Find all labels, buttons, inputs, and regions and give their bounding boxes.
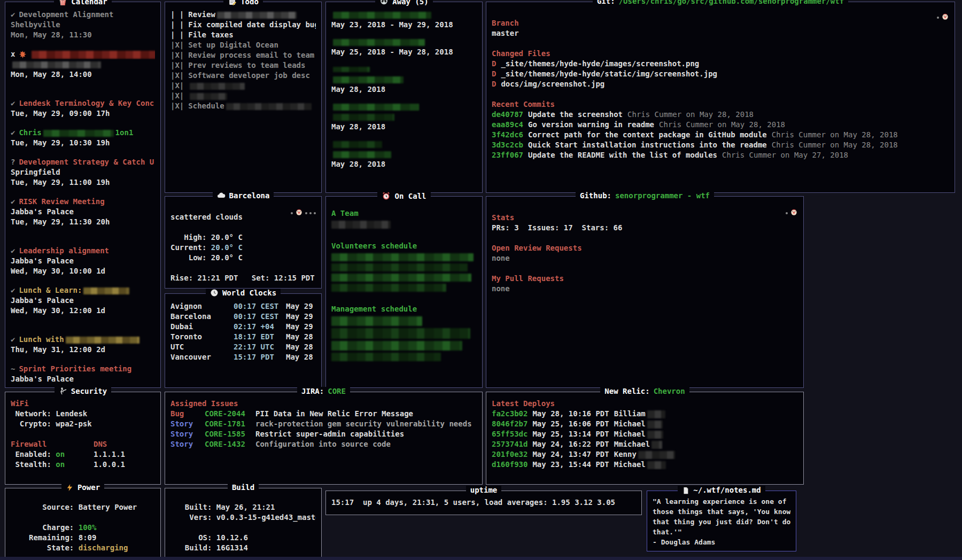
jira-issue-row[interactable]: StoryCORE-1781rack-protection gem securi… — [170, 419, 477, 429]
todo-item[interactable]: |X|Prev reviews to team leads — [170, 60, 316, 71]
todo-item[interactable]: |X|Set up Digital Ocean — [170, 40, 316, 50]
jira-issue-row[interactable]: StoryCORE-1432Configuration into source … — [170, 439, 477, 449]
deploy-hash: 201f0e32 — [492, 450, 527, 458]
away-dates: May 28, 2018 — [331, 159, 477, 169]
issue-key: CORE-2044 — [205, 409, 255, 419]
redacted-event-location — [12, 61, 101, 68]
event-location: Springfield — [11, 167, 155, 177]
weather-high-label: High: — [170, 233, 206, 242]
built-value: May 26, 21:21 — [212, 503, 275, 511]
redacted-name — [333, 141, 382, 148]
todo-item[interactable]: |X| — [170, 91, 316, 101]
deploy-hash: 65ff53dc — [492, 430, 527, 438]
my-prs-value: none — [492, 284, 798, 294]
changed-file-row: D_site/themes/hyde-hyde/static/img/scree… — [492, 69, 949, 79]
issue-summary: Restrict super-admin capabilities — [255, 430, 404, 438]
todo-checkbox[interactable]: | | — [170, 30, 184, 39]
clown-icon — [790, 208, 798, 218]
issue-summary: PII Data in New Relic Error Message — [255, 409, 413, 418]
redacted-name — [647, 461, 666, 469]
weather-panel: Barcelona scattered clouds High: 20.0° C… — [165, 196, 322, 289]
panel-title: Barcelona — [165, 191, 321, 200]
event-title: Chris — [19, 128, 41, 137]
redacted-schedule — [331, 263, 468, 271]
lightning-icon — [66, 483, 74, 492]
jira-issue-row[interactable]: StoryCORE-1585Restrict super-admin capab… — [170, 429, 477, 439]
clock-date: May 28 — [286, 332, 313, 341]
redacted-name — [647, 421, 663, 429]
todo-item[interactable]: |X|Software developer job desc — [170, 71, 316, 81]
built-label: Built: — [176, 503, 212, 511]
panel-title-text: Away (5) — [392, 0, 428, 6]
todo-item[interactable]: |X|Review process email to team — [170, 50, 316, 60]
wifi-network: Network: Lendesk — [11, 409, 155, 419]
latest-deploys-header: Latest Deploys — [492, 399, 798, 409]
todo-item[interactable]: | |Fix compiled date display bug — [170, 20, 316, 30]
todo-checkbox[interactable]: |X| — [170, 81, 184, 90]
dot-icon — [937, 17, 939, 19]
todo-text: Fix compiled date display bug — [188, 20, 316, 29]
panel-title: Power — [5, 483, 160, 492]
away-dates: May 28, 2018 — [331, 84, 477, 95]
fencer-icon — [59, 387, 67, 395]
dot-icon — [309, 212, 312, 214]
open-reviews-value: none — [492, 253, 798, 263]
away-entry: May 28, 2018 — [331, 102, 477, 132]
todo-item[interactable]: |X|Schedule — [170, 101, 316, 111]
dns-primary: 1.1.1.1 — [94, 450, 125, 458]
calendar-event: ✔Lunch with Thu, May 31, 12:00 2d — [11, 335, 155, 355]
todo-checkbox[interactable]: | | — [170, 20, 184, 29]
todo-text: File taxes — [188, 30, 233, 39]
event-flag: ✔ — [11, 197, 15, 206]
commit-row: 3f42dc6Correct path for the context pack… — [492, 130, 949, 140]
todo-item[interactable]: | |File taxes — [170, 30, 316, 40]
security-panel: Security WiFi Network: Lendesk Crypto: w… — [5, 392, 161, 485]
todo-checkbox[interactable]: |X| — [170, 71, 184, 80]
deploy-when: May 25, 13:14 PDT — [532, 430, 609, 438]
redacted-schedule — [331, 353, 441, 361]
event-title: Development Alignment — [19, 10, 113, 19]
issue-key: CORE-1432 — [205, 439, 255, 449]
todo-checkbox[interactable]: |X| — [170, 102, 184, 110]
changed-files-header: Changed Files — [492, 49, 949, 59]
event-flag: ? — [11, 158, 15, 166]
redacted-name — [331, 221, 391, 229]
away-panel: Away (5) May 23, 2018 - May 29, 2018 May… — [325, 2, 483, 193]
event-when: Tue, May 29, 11:00 19h — [11, 177, 155, 188]
note-line: "A learning experience is one of — [653, 496, 790, 507]
clock-city: Avignon — [170, 301, 234, 312]
clock-date: May 28 — [286, 353, 313, 361]
alarm-clock-icon — [382, 191, 391, 200]
todo-item[interactable]: | |Review — [170, 10, 316, 20]
branch-name: master — [492, 28, 949, 38]
away-entry: May 23, 2018 - May 29, 2018 — [331, 10, 477, 30]
panel-title-text: Github: — [580, 191, 611, 200]
redacted-name — [43, 130, 114, 137]
issue-summary: Configuration into source code — [255, 440, 391, 448]
todo-checkbox[interactable]: |X| — [170, 51, 184, 59]
todo-checkbox[interactable]: |X| — [170, 41, 184, 49]
deploy-author: Billiam — [614, 409, 646, 418]
clock-row: Barcelona00:17 CESTMay 29 — [170, 312, 316, 322]
weather-low-value: 20.0° C — [206, 253, 242, 262]
todo-checkbox[interactable]: | | — [170, 10, 184, 19]
jira-issue-row[interactable]: BugCORE-2044PII Data in New Relic Error … — [170, 409, 477, 419]
panel-title-text: New Relic: — [604, 387, 649, 395]
clock-date: May 29 — [286, 322, 313, 331]
power-state-row: State: discharging — [29, 543, 155, 553]
enabled-label: Enabled: — [11, 450, 56, 458]
note-line: those things that says, 'You know — [653, 507, 790, 517]
event-flag: ✔ — [11, 246, 15, 255]
todo-item[interactable]: |X| — [170, 81, 316, 91]
source-value: Battery Power — [74, 503, 137, 511]
clock-time: 18:17 EDT — [234, 332, 286, 342]
todo-text: Review — [188, 10, 215, 19]
panel-title: Security — [5, 387, 160, 395]
commit-hash: eaa89c4 — [492, 120, 523, 129]
todo-checkbox[interactable]: |X| — [170, 91, 184, 100]
commit-meta: Chris Cummer on May 28, 2018 — [772, 130, 898, 139]
deploy-when: May 24, 16:22 PDT — [532, 440, 609, 448]
panel-title-text: Power — [77, 483, 100, 492]
todo-checkbox[interactable]: |X| — [170, 61, 184, 69]
redacted-text — [190, 83, 245, 90]
